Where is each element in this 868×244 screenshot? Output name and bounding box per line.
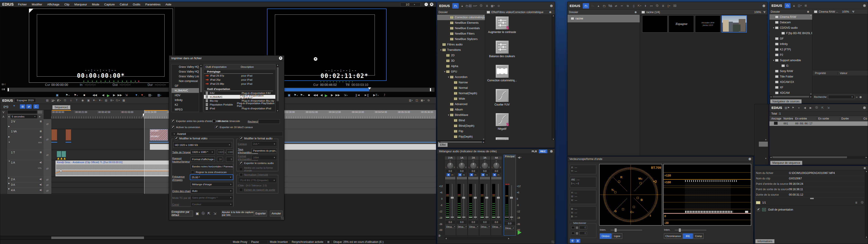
mute-select[interactable]: Désa...▼ bbox=[445, 225, 455, 228]
scroll-up-icon[interactable]: ▲ bbox=[765, 139, 767, 141]
meter-mode-icon[interactable]: [ʌ] bbox=[497, 173, 500, 176]
search-input[interactable] bbox=[258, 119, 280, 124]
ripple-mode-icon[interactable]: ⊞ bbox=[20, 104, 25, 109]
line-field[interactable]: 0 bbox=[579, 226, 587, 229]
menu-item[interactable]: Affichage bbox=[45, 2, 62, 6]
source-tree-item[interactable]: ▼Sony RAW bbox=[770, 68, 812, 74]
select-pixel-checkbox[interactable] bbox=[571, 232, 575, 235]
pan-value[interactable]: 0.0 bbox=[469, 170, 478, 173]
pixel-field[interactable]: 0 bbox=[579, 231, 587, 235]
effects-tree-item[interactable]: ▼NewBlue Essentials bbox=[437, 26, 485, 31]
pan-knob[interactable] bbox=[458, 162, 465, 169]
exporter-category[interactable]: Non compressé bbox=[172, 79, 199, 83]
toolbar-icon[interactable]: ▤ bbox=[104, 98, 109, 102]
effects-tree-item[interactable]: ▼2D bbox=[437, 53, 485, 58]
advanced-section-bar[interactable]: ▼Avancé bbox=[171, 132, 283, 136]
preset-row[interactable]: iPad 29.97ppour iPad bbox=[204, 74, 275, 78]
panel-close-icon[interactable]: ⊗ bbox=[633, 11, 639, 13]
mute-select[interactable]: Désa...▼ bbox=[468, 225, 478, 228]
toolbar-icon[interactable]: 🗀▼ bbox=[116, 98, 121, 102]
close-icon[interactable]: ⊗ bbox=[761, 4, 767, 8]
zoom-out-icon[interactable]: ◀ bbox=[8, 116, 9, 118]
panel-close-icon[interactable]: ⊗ bbox=[547, 11, 553, 13]
fader-track[interactable] bbox=[475, 184, 475, 219]
effects-tree-item[interactable]: ▼Correction colorimétrique bbox=[437, 15, 485, 20]
expand-icon[interactable]: ▶ bbox=[8, 188, 10, 190]
speaker-icon[interactable]: ◀) bbox=[39, 136, 42, 138]
prop-column[interactable]: Propriété bbox=[813, 72, 837, 75]
exporter-category[interactable]: GF bbox=[172, 83, 199, 88]
rewind-button[interactable]: ◀◀ bbox=[92, 93, 97, 97]
clip[interactable] bbox=[51, 129, 57, 141]
fader-value[interactable]: 0.0 bbox=[492, 220, 501, 224]
fader-track[interactable] bbox=[463, 184, 464, 219]
toolbar-icon[interactable]: ⇣ bbox=[68, 98, 73, 102]
source-tree-item[interactable]: ▼XDCAM EX bbox=[770, 79, 812, 85]
clip-color-swatch[interactable] bbox=[756, 201, 761, 204]
title-tool-icon[interactable]: T⎙ bbox=[608, 4, 613, 8]
col-out[interactable]: En sortie bbox=[817, 117, 840, 120]
exporter-category[interactable]: Grass Valley Lossless bbox=[172, 74, 199, 79]
menu-item[interactable]: Mode bbox=[90, 2, 102, 6]
marker-tab[interactable]: Marqueur de séquence bbox=[770, 161, 802, 165]
mute-select[interactable]: Désa...▼ bbox=[491, 225, 501, 228]
prev-frame-button[interactable]: ◀ bbox=[320, 93, 322, 97]
meter-display-icon[interactable]: ⊪ bbox=[438, 234, 441, 238]
effects-tree-item[interactable]: ▼NewBlue Filters bbox=[437, 31, 485, 36]
pan-value[interactable]: 0.0 bbox=[480, 170, 490, 173]
list-view-icon[interactable]: ≣ bbox=[485, 4, 489, 8]
fader-track[interactable] bbox=[498, 184, 499, 219]
select-line-checkbox[interactable] bbox=[571, 226, 575, 229]
track-header-2v[interactable]: 2 V▦▶ bbox=[7, 119, 43, 129]
effects-tree-item[interactable]: ▼GPU bbox=[437, 69, 485, 74]
source-tree-item[interactable]: ▼XDCAM bbox=[770, 90, 812, 95]
add-point-icon[interactable]: ⊶▼ bbox=[473, 4, 477, 8]
swap-icon[interactable]: ⇄ bbox=[43, 129, 51, 150]
swap-icon[interactable]: ⇄ bbox=[43, 119, 51, 129]
toolbar-icon[interactable]: ◩▼ bbox=[57, 98, 62, 102]
fader-value[interactable]: 0.0 bbox=[480, 220, 490, 224]
swap-icon[interactable]: ⇄ bbox=[43, 177, 51, 182]
speaker-icon[interactable]: ◀) bbox=[39, 161, 42, 163]
toolbar-icon[interactable]: ◪▼ bbox=[51, 98, 56, 102]
effects-tree-item[interactable]: ▼Accordion bbox=[437, 74, 485, 80]
marker-clip-icon[interactable]: ▤⚑ bbox=[784, 105, 789, 110]
fader-value[interactable]: 0.0 bbox=[457, 220, 467, 224]
blend-select[interactable]: Mélange d'image▼ bbox=[191, 182, 233, 187]
mute-select[interactable]: Désa...▼ bbox=[457, 225, 467, 228]
meter-mode-icon[interactable]: [ʌ] bbox=[474, 173, 477, 176]
toolbar-icon[interactable]: ▣▼ bbox=[420, 98, 425, 102]
effects-tree-item[interactable]: ▼Alpha bbox=[437, 63, 485, 69]
play-around-icon[interactable]: ▶T▼ bbox=[373, 93, 379, 97]
shadow-button[interactable]: Ombre bbox=[600, 233, 612, 239]
exporter-category[interactable]: Grass Valley HQ bbox=[172, 64, 199, 69]
effects-tree-item[interactable]: ▼Filtres audio bbox=[437, 42, 485, 47]
bookmark-icon[interactable]: ⧨ bbox=[852, 10, 855, 13]
stop-button[interactable]: ■ bbox=[84, 93, 85, 97]
enable-conversion-checkbox[interactable] bbox=[171, 126, 175, 129]
src-tree-scrollbar[interactable]: ▲▼ bbox=[809, 14, 812, 95]
effects-tree-item[interactable]: ▼BlindWave bbox=[437, 112, 485, 118]
export-preset-icon[interactable]: ⇲ bbox=[213, 211, 216, 216]
add-marker-icon[interactable]: ⚑ bbox=[790, 105, 796, 110]
source-tree-item[interactable]: ▼F:[hp BD-RE BH20L B57A bbox=[770, 30, 812, 36]
collapse-icon[interactable]: ▼ bbox=[8, 160, 10, 162]
overwrite-red-icon[interactable]: ▼_ bbox=[141, 93, 145, 97]
add-icon[interactable]: ⊶ bbox=[649, 4, 654, 8]
set-out-icon[interactable]: ⚑▼ bbox=[300, 93, 305, 97]
track-header-1a[interactable]: ▼1 A◀)VOL bbox=[7, 160, 43, 177]
set-in-icon[interactable]: ⚑▼ bbox=[66, 93, 70, 97]
effects-tree-item[interactable]: ▼Wide bbox=[437, 96, 485, 101]
category-scrollbar[interactable]: ▲ bbox=[199, 64, 202, 112]
effects-tree-item[interactable]: ▼3D bbox=[437, 58, 485, 63]
close-icon[interactable]: ⊗ bbox=[861, 106, 868, 110]
panel-divider-handle[interactable] bbox=[810, 198, 814, 199]
toolbar-icon[interactable]: ▼x bbox=[92, 98, 97, 102]
bin-zoom-level[interactable]: 100% bbox=[754, 11, 761, 14]
grid-scrollbar[interactable]: ▲▼ bbox=[552, 15, 555, 140]
expand-icon[interactable]: ▶ bbox=[8, 182, 10, 184]
close-icon[interactable]: ⊗ bbox=[862, 166, 868, 170]
vec-intensity-slider[interactable] bbox=[611, 230, 642, 231]
track-header-1t[interactable]: 1 T▦ bbox=[7, 150, 43, 160]
pan-value[interactable]: 0.0 bbox=[492, 170, 501, 173]
